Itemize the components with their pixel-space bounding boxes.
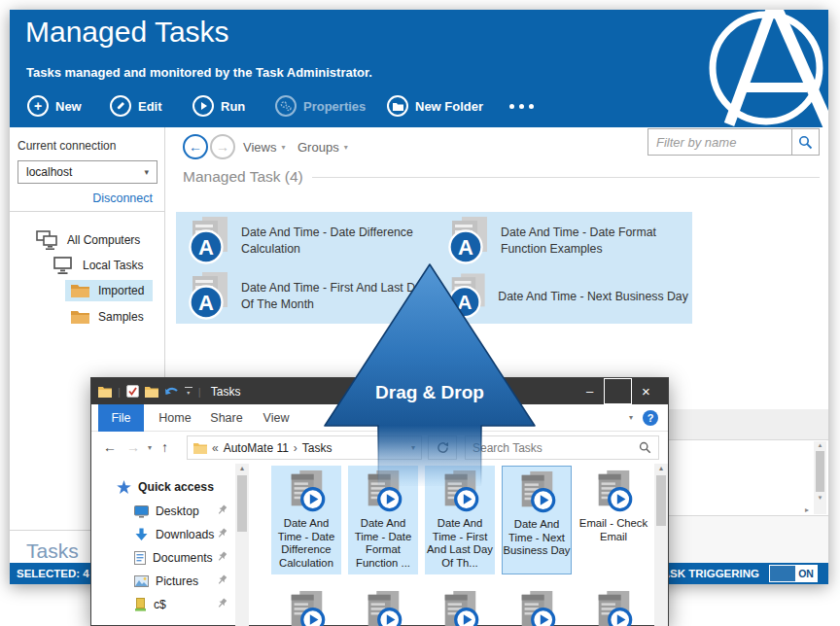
search-icon [798,135,813,150]
nav-scrollbar[interactable]: ▴ [235,464,249,626]
sidebar-item-pictures[interactable]: Pictures [134,572,198,591]
folder-icon [70,309,90,325]
scrollbar-thumb[interactable] [816,451,824,492]
tree-item-all-computers[interactable]: All Computers [36,229,140,251]
file-item[interactable]: Date And Time - First And Last Day Of Th… [425,466,495,574]
run-button[interactable]: Run [192,93,245,119]
task-triggering-label: TASK TRIGGERING [656,568,759,579]
tree-item-local-tasks[interactable]: Local Tasks [53,255,143,276]
chevron-down-icon[interactable]: ▾ [411,443,415,452]
task-file-icon [438,590,481,626]
tasks-panel-header[interactable]: Tasks [26,539,79,563]
page-subtitle: Tasks managed and monitored by the Task … [26,65,372,80]
task-triggering-toggle[interactable]: ON [769,565,818,582]
tab-file[interactable]: File [98,404,144,432]
search-icon [639,441,651,454]
more-button[interactable] [509,93,534,119]
explorer-search-input[interactable] [472,441,639,455]
back-arrow-icon[interactable]: ← [103,439,117,455]
scrollbar-thumb[interactable] [237,475,247,532]
sidebar-item-documents[interactable]: Documents [134,548,213,568]
forward-arrow-icon[interactable]: → [126,439,140,455]
task-item[interactable]: A Date And Time - Next Business Day [447,271,695,322]
task-file-icon [592,590,635,626]
pin-icon[interactable] [217,574,228,585]
tab-share[interactable]: Share [204,404,249,432]
maximize-icon [604,378,632,404]
edit-button[interactable]: Edit [110,93,162,119]
explorer-search-box [465,435,659,460]
new-button[interactable]: + New [27,93,82,119]
divider: | [118,386,121,398]
folder-icon [193,442,207,454]
task-file-icon [285,590,328,626]
pin-icon[interactable] [217,551,228,562]
folder-icon[interactable] [145,386,158,398]
checkbox-icon[interactable] [126,385,139,398]
refresh-button[interactable] [428,435,457,460]
file-item[interactable] [578,586,648,626]
task-item[interactable]: A Date And Time - Date Difference Calcul… [188,216,436,266]
minimize-button[interactable]: – [576,378,604,404]
breadcrumb-folder[interactable]: AutoMate 11 [224,441,289,455]
svg-text:A: A [458,235,473,260]
explorer-window: | ▾ | Tasks – × File Home S [90,377,669,626]
pin-icon[interactable] [217,598,228,609]
file-item[interactable] [502,586,572,626]
qat-customize-icon[interactable]: ▾ [185,387,192,396]
file-item[interactable]: Date And Time - Date Format Function ... [348,466,418,574]
back-arrow-icon: ← [189,139,202,155]
chevron-down-icon[interactable]: ▾ [148,443,152,452]
svg-text:A: A [198,235,214,260]
automate-task-icon: A [447,217,492,265]
explorer-titlebar[interactable]: | ▾ | Tasks – × [91,378,668,404]
file-item[interactable]: Date And Time - Date Difference Calculat… [271,466,341,574]
file-item[interactable] [425,586,495,626]
pin-icon[interactable] [217,504,228,515]
maximize-button[interactable] [604,378,632,404]
lower-panel-scrollbar[interactable]: ▴ ▾ [814,441,826,514]
forward-button[interactable]: → [210,134,235,159]
disconnect-link[interactable]: Disconnect [92,191,153,205]
file-item[interactable]: Date And Time - Next Business Day [502,466,572,574]
search-button[interactable] [791,129,819,155]
tab-home[interactable]: Home [152,404,198,432]
divider [312,177,820,178]
scroll-right-icon[interactable]: ▸ [805,505,809,514]
connection-select[interactable]: localhost ▾ [18,160,158,184]
files-scrollbar[interactable]: ▴ [654,464,668,626]
up-arrow-icon[interactable]: ↑ [161,439,168,455]
ribbon-expand-icon[interactable]: ▾ [629,413,633,422]
file-item[interactable]: Email - Check Email [578,466,648,574]
tab-view[interactable]: View [255,404,298,432]
breadcrumb-current[interactable]: Tasks [302,441,332,455]
automate-task-icon: A [447,272,489,321]
new-folder-button[interactable]: New Folder [387,93,483,119]
task-item[interactable]: A Date And Time - Date Format Function E… [447,216,695,266]
folder-icon [70,283,90,298]
close-button[interactable]: × [632,378,660,404]
sidebar-item-quick-access[interactable]: Quick access [117,477,214,497]
task-item[interactable]: A Date And Time - First And Last Day Of … [188,271,436,322]
breadcrumb[interactable]: « AutoMate 11 › Tasks ▾ [187,435,422,460]
file-item[interactable] [348,586,418,626]
automate-logo [690,10,828,127]
file-item[interactable] [271,586,341,626]
sidebar-item-desktop[interactable]: Desktop [134,502,199,521]
help-icon[interactable]: ? [643,410,658,426]
undo-icon[interactable] [164,385,179,398]
computers-icon [36,230,59,250]
task-file-icon [592,470,635,512]
views-dropdown[interactable]: Views ▾ [243,140,285,155]
filter-input[interactable] [648,129,791,155]
breadcrumb-chevrons[interactable]: « [212,441,219,455]
sidebar-item-downloads[interactable]: Downloads [134,525,214,544]
properties-button[interactable]: Properties [275,93,366,119]
back-button[interactable]: ← [183,134,208,159]
pin-icon[interactable] [217,528,228,539]
sidebar-item-cdollar[interactable]: c$ [134,595,166,614]
tree-item-samples[interactable]: Samples [70,306,144,328]
groups-dropdown[interactable]: Groups ▾ [298,140,348,155]
tree-item-imported[interactable]: Imported [70,280,144,301]
scrollbar-thumb[interactable] [656,475,666,526]
